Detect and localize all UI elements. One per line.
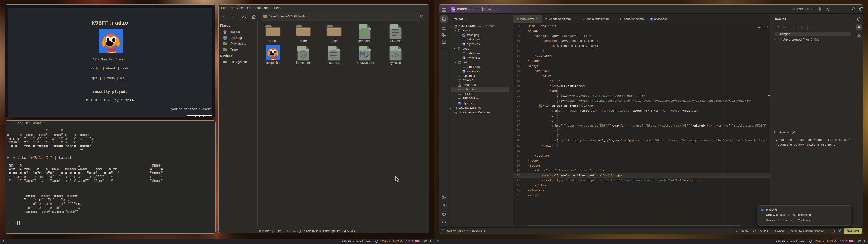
svg-text:?: ? [459, 75, 460, 77]
svg-text:M: M [458, 97, 460, 100]
